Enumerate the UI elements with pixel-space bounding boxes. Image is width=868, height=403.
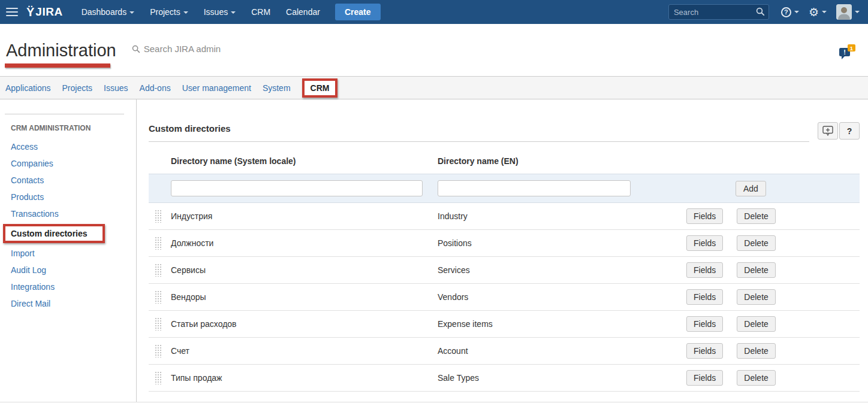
drag-handle-icon[interactable] <box>155 210 161 223</box>
drag-handle-icon[interactable] <box>155 237 161 250</box>
admin-search-input[interactable] <box>144 44 276 54</box>
delete-button[interactable]: Delete <box>737 343 775 359</box>
admin-tab-bar: Applications Projects Issues Add-ons Use… <box>0 76 868 99</box>
content-area: CRM ADMINISTRATION Access Companies Cont… <box>0 99 868 402</box>
crm-admin-sidebar: CRM ADMINISTRATION Access Companies Cont… <box>0 99 137 402</box>
jira-logo-text: JIRA <box>35 5 62 19</box>
table-row: Сервисы Services Fields Delete <box>149 257 860 284</box>
add-directory-row: Add <box>149 174 860 203</box>
drag-handle-icon[interactable] <box>155 344 161 357</box>
nav-dashboards[interactable]: Dashboards <box>82 7 135 17</box>
notification-icon[interactable]: ! 1 <box>837 43 857 62</box>
directory-name-en: Industry <box>438 211 686 221</box>
tab-projects[interactable]: Projects <box>62 83 93 93</box>
fields-button[interactable]: Fields <box>686 208 723 224</box>
chevron-down-icon <box>129 11 134 14</box>
settings-menu[interactable]: ⚙ <box>809 7 827 18</box>
nav-issues[interactable]: Issues <box>204 7 236 17</box>
feedback-button[interactable] <box>818 122 838 140</box>
add-button[interactable]: Add <box>736 181 766 196</box>
nav-crm[interactable]: CRM <box>251 7 270 17</box>
fields-button[interactable]: Fields <box>686 316 723 332</box>
global-search-input[interactable] <box>668 4 769 20</box>
directory-name-locale: Сервисы <box>171 265 438 275</box>
custom-directories-table: Directory name (System locale) Directory… <box>149 156 860 392</box>
chevron-down-icon <box>822 11 827 13</box>
chevron-down-icon <box>231 11 236 14</box>
drag-handle-icon[interactable] <box>155 317 161 331</box>
directory-name-en: Sale Types <box>438 373 686 383</box>
directory-name-locale: Типы продаж <box>171 373 438 383</box>
delete-button[interactable]: Delete <box>737 316 775 332</box>
sidebar-divider <box>5 114 124 114</box>
directory-name-en: Positions <box>438 238 686 248</box>
global-search <box>668 4 769 20</box>
help-icon: ? <box>781 7 791 17</box>
sidebar-item-direct-mail[interactable]: Direct Mail <box>0 295 136 312</box>
directory-name-locale: Статьи расходов <box>171 319 438 329</box>
table-header: Directory name (System locale) Directory… <box>149 156 860 174</box>
fields-button[interactable]: Fields <box>686 235 723 251</box>
tab-system[interactable]: System <box>263 83 291 93</box>
chevron-down-icon <box>183 11 188 14</box>
jira-logo[interactable]: Ϋ JIRA <box>26 5 63 19</box>
directory-name-en: Services <box>438 265 686 275</box>
column-header-en: Directory name (EN) <box>438 156 686 166</box>
column-header-locale: Directory name (System locale) <box>171 156 438 166</box>
table-row: Статьи расходов Expense items Fields Del… <box>149 311 860 338</box>
fields-button[interactable]: Fields <box>686 289 723 305</box>
table-row: Счет Account Fields Delete <box>149 338 860 365</box>
nav-calendar[interactable]: Calendar <box>286 7 320 17</box>
table-row: Вендоры Vendors Fields Delete <box>149 284 860 311</box>
sidebar-item-import[interactable]: Import <box>0 245 136 262</box>
drag-handle-icon[interactable] <box>155 290 161 304</box>
delete-button[interactable]: Delete <box>737 370 775 386</box>
directory-name-locale: Вендоры <box>171 292 438 302</box>
sidebar-item-integrations[interactable]: Integrations <box>0 278 136 295</box>
avatar <box>836 4 852 20</box>
delete-button[interactable]: Delete <box>737 235 775 251</box>
sidebar-item-access[interactable]: Access <box>0 138 136 155</box>
tab-add-ons[interactable]: Add-ons <box>140 83 171 93</box>
notification-badge: 1 <box>850 45 854 51</box>
fields-button[interactable]: Fields <box>686 262 723 278</box>
sidebar-item-products[interactable]: Products <box>0 189 136 205</box>
sidebar-item-audit-log[interactable]: Audit Log <box>0 262 136 278</box>
section-title: Custom directories <box>149 123 231 134</box>
admin-search <box>132 44 276 54</box>
directory-name-locale: Индустрия <box>171 211 438 221</box>
fields-button[interactable]: Fields <box>686 370 723 386</box>
delete-button[interactable]: Delete <box>737 262 775 278</box>
tab-crm[interactable]: CRM <box>302 78 338 98</box>
delete-button[interactable]: Delete <box>737 289 775 305</box>
fields-button[interactable]: Fields <box>686 343 723 359</box>
new-directory-locale-input[interactable] <box>171 180 423 196</box>
user-menu[interactable] <box>836 4 860 20</box>
hamburger-menu-icon[interactable] <box>6 8 18 16</box>
page-title: Administration <box>6 41 116 60</box>
help-button[interactable]: ? <box>839 122 860 140</box>
directory-name-en: Expense items <box>438 319 686 329</box>
sidebar-item-custom-directories[interactable]: Custom directories <box>3 224 105 243</box>
create-button[interactable]: Create <box>335 4 381 20</box>
drag-handle-icon[interactable] <box>155 371 161 384</box>
drag-handle-icon[interactable] <box>155 263 161 277</box>
search-icon <box>132 45 140 53</box>
tab-user-management[interactable]: User management <box>182 83 251 93</box>
directory-name-en: Vendors <box>438 292 686 302</box>
chevron-down-icon <box>855 11 860 13</box>
sidebar-item-contacts[interactable]: Contacts <box>0 172 136 189</box>
gear-icon: ⚙ <box>809 7 819 18</box>
sidebar-item-transactions[interactable]: Transactions <box>0 205 136 222</box>
help-menu[interactable]: ? <box>781 7 799 17</box>
tab-issues[interactable]: Issues <box>104 83 128 93</box>
sidebar-item-companies[interactable]: Companies <box>0 155 136 172</box>
table-row: Индустрия Industry Fields Delete <box>149 203 860 230</box>
new-directory-en-input[interactable] <box>438 180 631 196</box>
sidebar-heading: CRM ADMINISTRATION <box>11 124 136 132</box>
nav-projects[interactable]: Projects <box>150 7 188 17</box>
delete-button[interactable]: Delete <box>737 208 775 224</box>
tab-applications[interactable]: Applications <box>5 83 51 93</box>
chevron-down-icon <box>794 11 799 13</box>
table-row: Должности Positions Fields Delete <box>149 230 860 257</box>
